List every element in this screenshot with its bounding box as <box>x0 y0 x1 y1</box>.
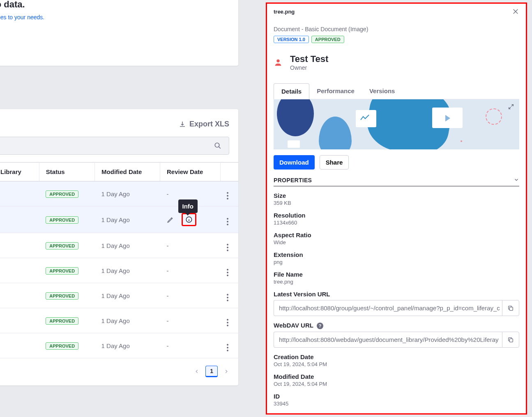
info-icon-highlighted[interactable]: Info <box>182 213 196 226</box>
tab-details[interactable]: Details <box>274 83 309 99</box>
table-row[interactable]: DXP APPROVED 1 Day Ago - <box>0 233 238 258</box>
search-input[interactable] <box>0 137 229 155</box>
status-badge: APPROVED <box>46 216 78 224</box>
prev-page-button[interactable] <box>194 369 200 374</box>
size-label: Size <box>274 192 519 199</box>
table-row[interactable]: DXP APPROVED 1 Day Ago Info <box>0 206 238 233</box>
table-row[interactable]: DXP APPROVED 1 Day Ago - <box>0 333 238 358</box>
close-icon[interactable] <box>512 8 519 15</box>
url2-label: WebDAV URL ? <box>274 322 519 329</box>
copy-icon <box>507 305 514 312</box>
row-menu-button[interactable] <box>227 269 228 276</box>
properties-header[interactable]: PROPERTIES <box>274 177 519 186</box>
no-data-heading: s no data. <box>0 0 231 10</box>
created-label: Creation Date <box>274 353 519 360</box>
url1-label: Latest Version URL <box>274 291 519 298</box>
row-menu-button[interactable] <box>227 244 228 251</box>
properties-label: PROPERTIES <box>274 177 312 183</box>
row-menu-button[interactable] <box>227 218 228 225</box>
copy-url2-button[interactable] <box>502 332 519 348</box>
modified-value: Oct 19, 2024, 5:04 PM <box>274 381 519 387</box>
categories-link[interactable]: ategories to your needs. <box>0 14 44 21</box>
row-menu-button[interactable] <box>227 294 228 301</box>
pagination: 1 <box>0 358 238 377</box>
download-button[interactable]: Download <box>274 155 315 170</box>
url2-input[interactable]: http://localhost:8080/webdav/guest/docum… <box>274 332 502 348</box>
id-value: 33945 <box>274 401 519 407</box>
assets-table: Asset Library Status Modified Date Revie… <box>0 162 238 358</box>
export-xls-button[interactable]: Export XLS <box>179 120 229 128</box>
copy-icon <box>507 337 514 343</box>
status-badge: APPROVED <box>46 242 78 250</box>
info-icon <box>185 216 193 223</box>
col-asset-library[interactable]: Asset Library <box>0 163 39 181</box>
cell-asset: DXP <box>0 206 39 233</box>
created-value: Oct 19, 2024, 5:04 PM <box>274 361 519 367</box>
modified-label: Modified Date <box>274 373 519 380</box>
cell-modified: 1 Day Ago <box>95 333 160 358</box>
table-row[interactable]: DXP APPROVED 1 Day Ago - <box>0 181 238 206</box>
table-card: Export XLS Asset Library Status Modified… <box>0 109 238 385</box>
url2-label-text: WebDAV URL <box>274 322 313 329</box>
preview-image <box>274 99 519 149</box>
owner-role: Owner <box>290 64 328 71</box>
row-menu-button[interactable] <box>227 192 228 199</box>
cell-review: - <box>160 333 221 358</box>
current-page[interactable]: 1 <box>205 366 218 377</box>
resolution-value: 1134x660 <box>274 220 519 226</box>
tab-performance[interactable]: Performance <box>309 83 362 99</box>
svg-point-2 <box>276 60 279 62</box>
download-icon <box>179 121 186 128</box>
copy-url1-button[interactable] <box>502 300 519 316</box>
cell-asset: DXP <box>0 333 39 358</box>
cell-review: - <box>160 258 221 283</box>
filename-label: File Name <box>274 271 519 278</box>
owner-name: Test Test <box>290 54 328 64</box>
table-row[interactable]: DXP APPROVED 1 Day Ago - <box>0 308 238 333</box>
status-badge: APPROVED <box>311 36 344 43</box>
svg-point-0 <box>215 143 219 147</box>
table-row[interactable]: DXP APPROVED 1 Day Ago - <box>0 258 238 283</box>
next-page-button[interactable] <box>223 369 229 374</box>
col-status[interactable]: Status <box>39 163 94 181</box>
cell-review: - <box>160 233 221 258</box>
cell-asset: DXP <box>0 258 39 283</box>
share-button[interactable]: Share <box>320 155 349 170</box>
filename-value: tree.png <box>274 279 519 285</box>
panel-tabs: Details Performance Versions <box>274 83 519 99</box>
edit-icon[interactable] <box>167 216 174 223</box>
info-card: s no data. ategories to your needs. <box>0 0 238 66</box>
panel-filename: tree.png <box>274 9 295 15</box>
search-icon <box>214 142 221 149</box>
svg-rect-4 <box>509 339 513 342</box>
expand-icon[interactable] <box>508 103 514 110</box>
avatar-icon <box>274 58 283 67</box>
row-menu-button[interactable] <box>227 319 228 326</box>
details-side-panel: tree.png Document - Basic Document (Imag… <box>266 2 527 415</box>
col-review-date[interactable]: Review Date <box>160 163 221 181</box>
cell-asset: DXP <box>0 308 39 333</box>
chevron-down-icon <box>514 177 519 183</box>
url1-input[interactable]: http://localhost:8080/group/guest/~/cont… <box>274 300 502 316</box>
cell-review: Info <box>160 206 221 233</box>
row-menu-button[interactable] <box>227 344 228 351</box>
aspect-label: Aspect Ratio <box>274 231 519 238</box>
tab-versions[interactable]: Versions <box>362 83 403 99</box>
document-type: Document - Basic Document (Image) <box>274 26 519 32</box>
status-badge: APPROVED <box>46 292 78 300</box>
status-badge: APPROVED <box>46 317 78 325</box>
col-modified-date[interactable]: Modified Date <box>95 163 160 181</box>
status-badge: APPROVED <box>46 267 78 275</box>
resolution-label: Resolution <box>274 212 519 219</box>
status-badge: APPROVED <box>46 190 78 198</box>
help-icon[interactable]: ? <box>317 323 323 329</box>
table-row[interactable]: DXP APPROVED 1 Day Ago - <box>0 283 238 308</box>
col-actions <box>220 163 238 181</box>
export-label: Export XLS <box>189 120 229 128</box>
cell-asset: DXP <box>0 283 39 308</box>
cell-review: - <box>160 308 221 333</box>
info-tooltip: Info <box>178 199 198 213</box>
cell-modified: 1 Day Ago <box>95 206 160 233</box>
id-label: ID <box>274 393 519 400</box>
version-badge: VERSION 1.0 <box>274 36 309 43</box>
